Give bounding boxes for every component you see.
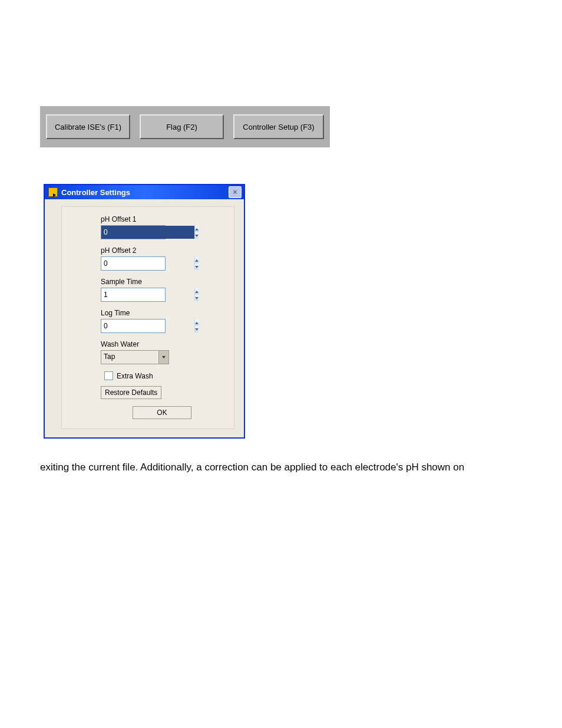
log-time-input[interactable] [101,319,194,332]
chevron-down-icon[interactable] [195,232,199,239]
close-icon[interactable]: × [229,186,242,198]
log-time-stepper[interactable] [101,319,166,333]
chevron-up-icon[interactable] [195,257,199,263]
log-time-label: Log Time [101,309,223,317]
chevron-down-icon[interactable] [195,263,199,270]
controller-setup-button[interactable]: Controller Setup (F3) [233,114,324,139]
wash-water-value: Tap [101,351,158,364]
chevron-up-icon[interactable] [195,288,199,295]
wash-water-label: Wash Water [101,340,223,348]
ph-offset-1-stepper[interactable] [101,225,166,239]
dialog-title: Controller Settings [61,188,130,197]
restore-defaults-button[interactable]: Restore Defaults [101,386,161,399]
settings-panel: pH Offset 1 pH Offset 2 [61,206,234,429]
wash-water-select[interactable]: Tap [101,350,169,364]
chevron-up-icon[interactable] [195,226,199,232]
chevron-up-icon[interactable] [195,319,199,326]
extra-wash-label: Extra Wash [117,372,153,380]
dropdown-icon[interactable] [158,351,168,364]
ph-offset-2-label: pH Offset 2 [101,246,223,255]
controller-settings-dialog: Controller Settings × pH Offset 1 [44,184,245,439]
ph-offset-1-label: pH Offset 1 [101,215,223,223]
sample-time-stepper[interactable] [101,288,166,302]
extra-wash-checkbox[interactable] [104,371,113,380]
calibrate-ises-button[interactable]: Calibrate ISE's (F1) [46,114,130,139]
chevron-down-icon[interactable] [195,295,199,301]
app-icon [48,187,58,197]
body-paragraph: exiting the current file. Additionally, … [40,462,464,473]
sample-time-label: Sample Time [101,278,223,286]
flag-button[interactable]: Flag (F2) [140,114,224,139]
ph-offset-1-input[interactable] [101,226,194,239]
ph-offset-2-input[interactable] [101,257,194,270]
chevron-down-icon[interactable] [195,326,199,332]
sample-time-input[interactable] [101,288,194,301]
ok-button[interactable]: OK [133,406,191,419]
ph-offset-2-stepper[interactable] [101,256,166,271]
titlebar[interactable]: Controller Settings × [45,185,244,199]
toolbar-strip: Calibrate ISE's (F1) Flag (F2) Controlle… [40,106,330,147]
